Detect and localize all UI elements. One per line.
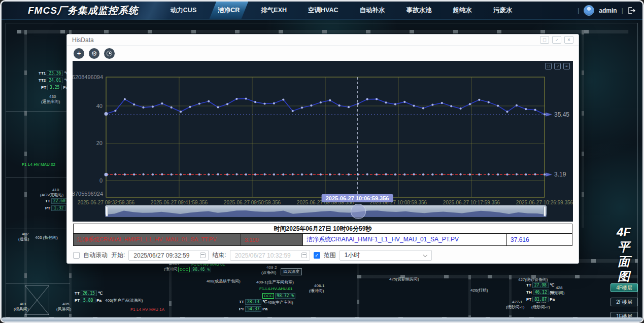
restore-window-button[interactable]: □ [540,36,549,44]
topbar: FMCS厂务集成监控系统 动力CUS 洁净CR 排气EXH 空调HVAC 自动补… [2,2,642,20]
timeline-cursor-handle[interactable] [351,204,366,219]
bottom-scrollbar[interactable] [2,317,642,321]
time-range-button[interactable] [104,48,115,59]
floor-button-4f[interactable]: 4F楼层 [611,283,638,292]
sensor-readout: PT3.25Pa [41,85,68,90]
room-label: 427(绕砂管备间) [518,277,548,282]
room-label: (缓冲间) [164,267,179,272]
calendar-icon[interactable] [200,253,206,258]
tag-value: 37.616 [507,234,572,245]
room-label: 406-1 [314,283,324,289]
room-label: 428 [556,285,562,291]
main-nav: 动力CUS 洁净CR 排气EXH 空调HVAC 自动补水 事故水池 超纯水 污废… [162,2,521,19]
end-time-input [230,250,310,261]
room-label: 405 [62,302,69,307]
svg-text:2025-06-27 09:50:59.356: 2025-06-27 09:50:59.356 [224,200,281,205]
range-select[interactable]: 1小时 [340,250,432,261]
expand-icon[interactable]: ↕ [554,63,561,69]
room-label: F1-L4-HV-MAU-1A [130,307,164,312]
svg-text:2025-06-27 10:26:59.356: 2025-06-27 10:26:59.356 [516,200,573,205]
table-row[interactable]: 洁净系统CR\AI\AI_HMI\F1_L1_HV_MAU_01_SA_TT.P… [74,234,572,245]
export-icon[interactable]: ≡ [563,63,570,69]
autoscroll-checkbox[interactable] [73,252,80,259]
tag-table: 时间2025年06月27日 10时06分59秒 洁净系统CR\AI\AI_HMI… [73,224,572,246]
room-label: 406(客户产品清洗间) [105,298,143,303]
close-dialog-button[interactable]: × [564,36,573,44]
room-label: 408(成品烘干包间) [207,279,241,284]
nav-tab-ultrapure-water[interactable]: 超纯水 [445,2,481,19]
selected-tag-value: 3.190 [241,234,303,245]
dcc-badge: DCC98.72 % [262,293,295,299]
svg-text:2025-06-27 09:32:59.356: 2025-06-27 09:32:59.356 [78,200,135,205]
settings-button[interactable]: ⚙ [89,48,99,59]
start-time-input[interactable] [128,250,209,261]
plus-icon: + [77,49,81,57]
room-label: 402 [22,232,28,237]
floor-title: 4F平面图 [612,225,635,283]
clock-icon [107,51,112,56]
app-window: FMCS厂务集成监控系统 动力CUS 洁净CR 排气EXH 空调HVAC 自动补… [0,0,644,323]
room-label: F1-L4-HV-AHU-01 [259,286,292,292]
svg-text:3.19: 3.19 [554,171,566,178]
svg-text:6278705596924: 6278705596924 [73,191,103,197]
room-label: 427-1 [512,300,522,305]
dcc-badge: DCC98.46 % [178,267,211,272]
chart-panel: □ ↕ ≡ 4020034262084960946278705596924202… [73,61,573,222]
sensor-readout: TT123.36℃ [39,70,69,76]
room-label: 425(切割钢房间) [389,277,419,282]
logout-icon[interactable] [628,7,635,14]
sensor-readout: TT224.01℃ [39,78,69,83]
add-curve-button[interactable]: + [74,48,84,59]
svg-text:40: 40 [96,103,103,109]
time-header: 时间2025年06月27日 10时06分59秒 [74,224,572,234]
timeline-scrollbar[interactable] [105,205,547,217]
dialog-titlebar[interactable]: HisData □ ↕ × [67,34,579,46]
nav-tab-exhaust-exh[interactable]: 排气EXH [252,2,295,19]
dialog-title: HisData [72,37,94,44]
room-label: 401 [20,302,26,307]
svg-text:3426208496094: 3426208496094 [73,74,103,80]
floor-button-2f[interactable]: 2F楼层 [611,298,638,306]
room-label: (绕砂间-1) [506,305,524,310]
room-label: 409(生产车间) [267,300,293,305]
nav-tab-accident-pool[interactable]: 事故水池 [398,2,440,19]
selected-tag-name[interactable]: 洁净系统CR\AI\AI_HMI\F1_L1_HV_MAU_01_SA_TT.P… [74,234,241,245]
nav-tab-hvac[interactable]: 空调HVAC [299,2,347,19]
sensor-readout: PT5.80Pa [75,298,101,303]
nav-tab-auto-water[interactable]: 自动补水 [351,2,394,19]
room-label: 回风温度 [281,268,302,275]
sensor-readout: TT26.15℃ [75,291,103,296]
app-logo: FMCS厂务集成监控系统 [28,4,139,17]
room-label: (AGV充电站) [40,193,63,198]
svg-text:35.45: 35.45 [554,111,569,118]
timeline-left-handle[interactable] [106,206,108,217]
room-label: 403 (折包间) [35,235,58,240]
sensor-readout: PT81.87Pa [526,297,555,302]
room-label: 409-2 [266,265,277,270]
timeline-right-handle[interactable] [544,206,546,217]
svg-text:2025-06-27 09:41:59.356: 2025-06-27 09:41:59.356 [151,200,208,205]
room-label: (绕砂间-2) [531,305,550,310]
nav-tab-power-cus[interactable]: 动力CUS [162,2,205,19]
room-label: (设备间) [261,270,276,275]
range-checkbox[interactable]: ✓ [314,252,320,259]
tag-name[interactable]: 洁净系统CR\AI\AI_HMI\F1_L1_HV_MAU_01_SA_PT.P… [303,234,507,245]
autoscroll-label: 自动滚动 [83,251,108,260]
range-label: 范围 [324,251,336,260]
sensor-readout: TT28.13℃ [239,299,267,305]
dialog-controls: 自动滚动 开始: 结束: ✓ 范围 1小时 [73,250,572,261]
nav-tab-clean-cr[interactable]: 洁净CR [209,2,248,19]
timeline-wave [105,205,547,217]
nav-tab-waste-water[interactable]: 污废水 [485,2,521,19]
calendar-icon [301,253,307,258]
sensor-readout: TH46.12% [526,290,554,295]
room-label: (风淋间) [56,307,71,312]
svg-text:0: 0 [99,177,103,184]
room-label: 426(打蜡) [470,288,488,293]
maximize-window-button[interactable]: ↕ [552,36,561,44]
room-label: F1-L4-HV-MAU-02 [22,162,55,167]
end-label: 结束: [212,251,226,260]
chevron-down-icon [423,253,427,257]
avatar[interactable] [584,5,594,16]
zoom-box-icon[interactable]: □ [545,63,552,69]
